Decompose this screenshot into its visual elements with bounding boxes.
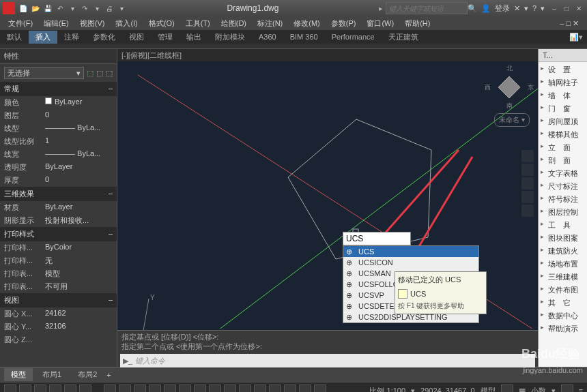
annoscale-icon[interactable]: [284, 385, 296, 392]
minimize-icon[interactable]: –: [549, 3, 560, 14]
prop-section-header[interactable]: 常规–: [0, 82, 117, 96]
prop-row[interactable]: 材质ByLayer: [0, 201, 117, 214]
sidebar-item[interactable]: 数据中心: [539, 310, 587, 322]
menu-draw[interactable]: 绘图(D): [216, 17, 252, 30]
grid-icon[interactable]: [4, 385, 16, 392]
unnamed-view-button[interactable]: 未命名 ▾: [494, 113, 530, 127]
prop-row[interactable]: 圆心 X...24162: [0, 307, 117, 320]
lineweight-icon[interactable]: [134, 385, 146, 392]
close-icon[interactable]: ✕: [573, 3, 584, 14]
dyninput-icon[interactable]: [119, 385, 131, 392]
prop-row[interactable]: 打印样...无: [0, 254, 117, 267]
tab-bim360[interactable]: BIM 360: [283, 31, 325, 42]
prop-row[interactable]: 图层0: [0, 109, 117, 122]
snap-icon[interactable]: [19, 385, 31, 392]
sidebar-item[interactable]: 建筑防火: [539, 245, 587, 258]
menu-insert[interactable]: 插入(I): [110, 17, 143, 30]
workspace-icon[interactable]: [269, 385, 281, 392]
showmotion-icon[interactable]: [521, 205, 534, 217]
tab-parametric[interactable]: 参数化: [86, 31, 122, 44]
menu-help[interactable]: 帮助(H): [399, 17, 435, 30]
command-input-row[interactable]: ▶_ 键入命令: [120, 354, 535, 367]
filter-icon[interactable]: [239, 385, 251, 392]
sidebar-item[interactable]: 图层控制: [539, 206, 587, 219]
tab-view[interactable]: 视图: [122, 31, 151, 44]
login-link[interactable]: 登录: [495, 3, 510, 14]
tab-output[interactable]: 输出: [180, 31, 208, 44]
status-decimal[interactable]: 小数: [531, 386, 546, 393]
pan-icon[interactable]: [521, 164, 534, 176]
sidebar-item[interactable]: 楼梯其他: [539, 128, 587, 141]
sidebar-item[interactable]: 符号标注: [539, 193, 587, 206]
dynucs-icon[interactable]: [104, 385, 116, 392]
autocomplete-item[interactable]: ⊕UCSICON: [343, 257, 478, 268]
cycling-icon[interactable]: [164, 385, 176, 392]
dropdown-icon[interactable]: ▾: [67, 3, 78, 14]
tab-model[interactable]: 模型: [4, 368, 33, 381]
quick-select-icon[interactable]: ⬚: [87, 69, 94, 78]
quickprops-icon[interactable]: [209, 385, 221, 392]
orbit-icon[interactable]: [521, 191, 534, 203]
menu-dimension[interactable]: 标注(N): [252, 17, 288, 30]
tab-default[interactable]: 默认: [0, 31, 29, 44]
sidebar-item[interactable]: 剖 面: [539, 154, 587, 167]
tab-a360[interactable]: A360: [252, 31, 283, 42]
ribbon-menu-icon[interactable]: 📊▾: [562, 31, 587, 43]
print-icon[interactable]: 🖨: [104, 3, 115, 14]
status-icon[interactable]: [501, 385, 513, 392]
user-icon[interactable]: 👤: [481, 4, 491, 13]
3dosnap-icon[interactable]: [179, 385, 191, 392]
dropdown-icon[interactable]: ▾: [91, 3, 102, 14]
sidebar-item[interactable]: 图块图案: [539, 232, 587, 245]
hardware-icon[interactable]: [314, 385, 326, 392]
tab-performance[interactable]: Performance: [325, 31, 382, 42]
sidebar-item[interactable]: 三维建模: [539, 271, 587, 284]
sidebar-item[interactable]: 其 它: [539, 297, 587, 310]
add-layout-icon[interactable]: +: [106, 371, 111, 379]
prop-row[interactable]: 打印表...模型: [0, 267, 117, 280]
open-icon[interactable]: 📂: [30, 3, 41, 14]
right-panel-tab[interactable]: T...: [539, 49, 587, 62]
sidebar-item[interactable]: 尺寸标注: [539, 180, 587, 193]
pickadd-icon[interactable]: ⬚: [106, 69, 113, 78]
help-icon[interactable]: ?: [532, 4, 536, 12]
osnap-icon[interactable]: [64, 385, 76, 392]
prop-row[interactable]: 圆心 Z...: [0, 333, 117, 346]
tab-annotate[interactable]: 注释: [57, 31, 86, 44]
prop-row[interactable]: 打印表...不可用: [0, 280, 117, 293]
status-space[interactable]: 模型: [481, 386, 496, 393]
menu-parameter[interactable]: 参数(P): [326, 17, 362, 30]
tab-manage[interactable]: 管理: [151, 31, 180, 44]
menu-format[interactable]: 格式(O): [143, 17, 180, 30]
view-cube[interactable]: 北 南 东 西: [489, 67, 530, 108]
prop-row[interactable]: 线型———— ByLa...: [0, 122, 117, 135]
otrack-icon[interactable]: [79, 385, 91, 392]
search-input[interactable]: [386, 2, 468, 14]
sidebar-item[interactable]: 文字表格: [539, 167, 587, 180]
autocomplete-item[interactable]: ⊕UCS: [343, 246, 478, 257]
binoculars-icon[interactable]: 🔍: [468, 4, 477, 13]
zoom-icon[interactable]: [521, 177, 534, 190]
prop-row[interactable]: 厚度0: [0, 174, 117, 187]
transparency-icon[interactable]: [149, 385, 161, 392]
tab-tianzheng[interactable]: 天正建筑: [382, 31, 425, 44]
units-icon[interactable]: [224, 385, 236, 392]
menu-file[interactable]: 文件(F): [3, 17, 38, 30]
tab-layout2[interactable]: 布局2: [71, 368, 104, 381]
menu-view[interactable]: 视图(V): [74, 17, 111, 30]
prop-row[interactable]: 圆心 Y...32106: [0, 320, 117, 333]
sidebar-item[interactable]: 设 置: [539, 63, 587, 76]
clean-screen-icon[interactable]: [561, 385, 573, 392]
menu-modify[interactable]: 修改(M): [288, 17, 326, 30]
prop-section-header[interactable]: 视图–: [0, 293, 117, 307]
sidebar-item[interactable]: 轴网柱子: [539, 76, 587, 89]
redo-icon[interactable]: ↷: [79, 3, 90, 14]
tab-insert[interactable]: 插入: [29, 31, 57, 44]
tab-layout1[interactable]: 布局1: [35, 368, 68, 381]
sidebar-item[interactable]: 工 具: [539, 219, 587, 232]
prop-row[interactable]: 线宽———— ByLa...: [0, 148, 117, 161]
sidebar-item[interactable]: 场地布置: [539, 258, 587, 271]
selection-dropdown[interactable]: 无选择▾: [4, 67, 84, 79]
gizmo-icon[interactable]: [254, 385, 266, 392]
prop-row[interactable]: 透明度ByLayer: [0, 161, 117, 174]
